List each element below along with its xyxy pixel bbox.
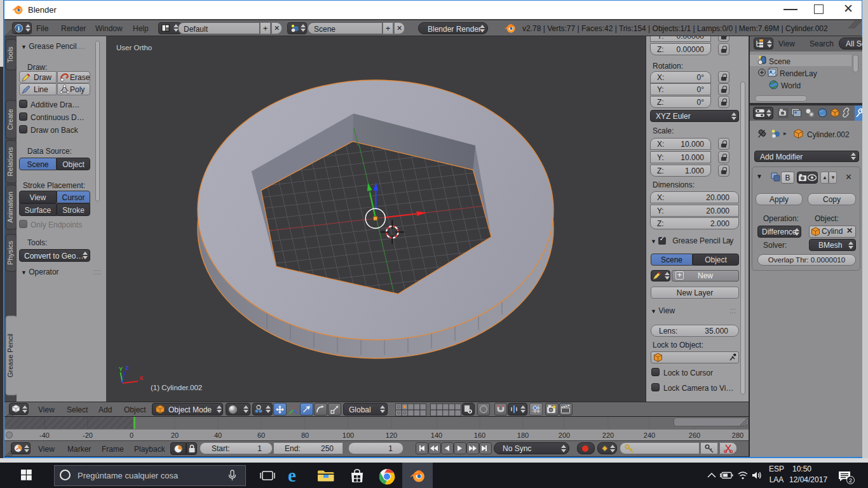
svg-text:200: 200 (559, 431, 570, 439)
svg-text:0: 0 (130, 431, 133, 439)
svg-text:180: 180 (517, 431, 529, 439)
svg-text:120: 120 (386, 431, 397, 439)
svg-text:Animation: Animation (6, 192, 14, 223)
svg-text:User Ortho: User Ortho (116, 44, 152, 51)
svg-text:Relations: Relations (6, 147, 14, 176)
svg-text:100: 100 (342, 431, 354, 439)
svg-text:(1) Cylinder.002: (1) Cylinder.002 (151, 384, 202, 391)
svg-text:i: i (18, 25, 20, 32)
svg-text:20: 20 (171, 431, 179, 439)
svg-text:140: 140 (431, 431, 442, 439)
svg-text:-40: -40 (39, 431, 50, 439)
svg-text:Z: Z (125, 364, 129, 371)
svg-text:80: 80 (301, 431, 309, 439)
svg-text:280: 280 (732, 431, 743, 439)
svg-text:Grease Pencil: Grease Pencil (6, 334, 14, 377)
svg-text:Tools: Tools (6, 46, 14, 63)
svg-text:-20: -20 (83, 431, 93, 439)
svg-text:40: 40 (214, 431, 222, 439)
svg-text:220: 220 (602, 431, 614, 439)
svg-text:Create: Create (6, 109, 14, 130)
svg-text:240: 240 (644, 431, 655, 439)
svg-text:260: 260 (689, 431, 700, 439)
svg-text:Physics: Physics (6, 241, 14, 265)
svg-text:X: X (139, 374, 144, 381)
svg-text:Y: Y (119, 365, 123, 372)
svg-text:60: 60 (257, 431, 265, 439)
svg-text:160: 160 (474, 431, 485, 439)
